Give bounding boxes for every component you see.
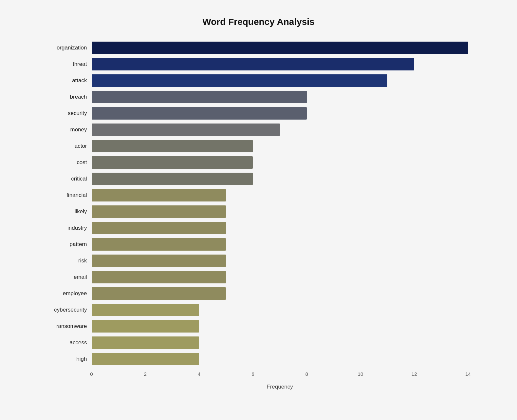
x-tick: 0 (90, 371, 93, 377)
bar-fill (92, 124, 280, 136)
bar-fill (92, 320, 199, 333)
bar-track (92, 173, 468, 185)
bar-label: cost (49, 159, 92, 166)
bar-fill (92, 238, 226, 251)
bar-fill (92, 205, 226, 218)
bar-track (92, 336, 468, 349)
bar-track (92, 74, 468, 87)
bar-label: industry (49, 225, 92, 231)
bar-track (92, 287, 468, 300)
bar-row: risk (49, 253, 468, 268)
bar-label: employee (49, 290, 92, 297)
bar-row: cybersecurity (49, 302, 468, 317)
bar-fill (92, 222, 226, 234)
x-axis-label: Frequency (49, 384, 468, 390)
bar-fill (92, 189, 226, 201)
bar-fill (92, 353, 199, 365)
bar-track (92, 255, 468, 267)
bar-fill (92, 42, 468, 54)
bar-label: high (49, 356, 92, 362)
bar-row: high (49, 352, 468, 367)
bar-track (92, 222, 468, 234)
bar-row: financial (49, 188, 468, 203)
bar-row: pattern (49, 237, 468, 252)
x-tick: 6 (251, 371, 254, 377)
bar-track (92, 91, 468, 103)
bar-label: likely (49, 208, 92, 215)
bar-label: ransomware (49, 323, 92, 330)
bar-track (92, 189, 468, 201)
bar-fill (92, 173, 253, 185)
x-tick: 2 (144, 371, 147, 377)
bar-fill (92, 336, 199, 349)
bar-row: critical (49, 171, 468, 186)
x-tick: 12 (412, 371, 417, 377)
bar-row: money (49, 122, 468, 137)
bar-track (92, 320, 468, 333)
bar-fill (92, 156, 253, 169)
bar-label: critical (49, 176, 92, 182)
bar-fill (92, 255, 226, 267)
bar-track (92, 304, 468, 316)
x-tick: 4 (198, 371, 200, 377)
bar-row: security (49, 106, 468, 121)
bar-label: breach (49, 94, 92, 100)
bar-row: organization (49, 40, 468, 55)
bar-label: money (49, 126, 92, 133)
bar-row: industry (49, 220, 468, 236)
bar-label: attack (49, 77, 92, 84)
bar-row: attack (49, 73, 468, 88)
bar-track (92, 205, 468, 218)
bar-fill (92, 140, 253, 152)
bar-fill (92, 58, 415, 70)
bar-track (92, 107, 468, 120)
bar-row: access (49, 335, 468, 350)
bar-fill (92, 74, 388, 87)
bar-label: financial (49, 192, 92, 199)
bar-label: risk (49, 258, 92, 264)
chart-area: organizationthreatattackbreachsecuritymo… (49, 40, 468, 368)
bar-track (92, 42, 468, 54)
bar-label: cybersecurity (49, 307, 92, 313)
x-tick: 10 (358, 371, 363, 377)
bar-track (92, 58, 468, 70)
chart-title: Word Frequency Analysis (49, 17, 468, 27)
bar-row: email (49, 270, 468, 285)
bar-label: actor (49, 143, 92, 149)
bar-row: actor (49, 139, 468, 154)
bar-track (92, 156, 468, 169)
bar-row: threat (49, 57, 468, 72)
bar-row: breach (49, 89, 468, 105)
bar-fill (92, 271, 226, 283)
bar-label: email (49, 274, 92, 280)
x-axis: 02468101214 (92, 371, 468, 381)
bar-fill (92, 107, 307, 120)
bar-fill (92, 304, 199, 316)
chart-container: Word Frequency Analysis organizationthre… (29, 4, 488, 416)
bar-fill (92, 287, 226, 300)
bar-row: ransomware (49, 319, 468, 334)
x-axis-container: 02468101214 (49, 371, 468, 381)
bar-row: employee (49, 286, 468, 301)
x-tick: 8 (305, 371, 308, 377)
bar-track (92, 353, 468, 365)
bar-track (92, 238, 468, 251)
bar-fill (92, 91, 307, 103)
bar-label: pattern (49, 241, 92, 248)
bar-label: threat (49, 61, 92, 67)
bar-track (92, 124, 468, 136)
bar-row: likely (49, 204, 468, 219)
bar-label: security (49, 110, 92, 117)
x-tick: 14 (465, 371, 471, 377)
bar-label: access (49, 339, 92, 346)
bar-track (92, 140, 468, 152)
bar-track (92, 271, 468, 283)
bar-label: organization (49, 45, 92, 51)
bar-row: cost (49, 155, 468, 170)
